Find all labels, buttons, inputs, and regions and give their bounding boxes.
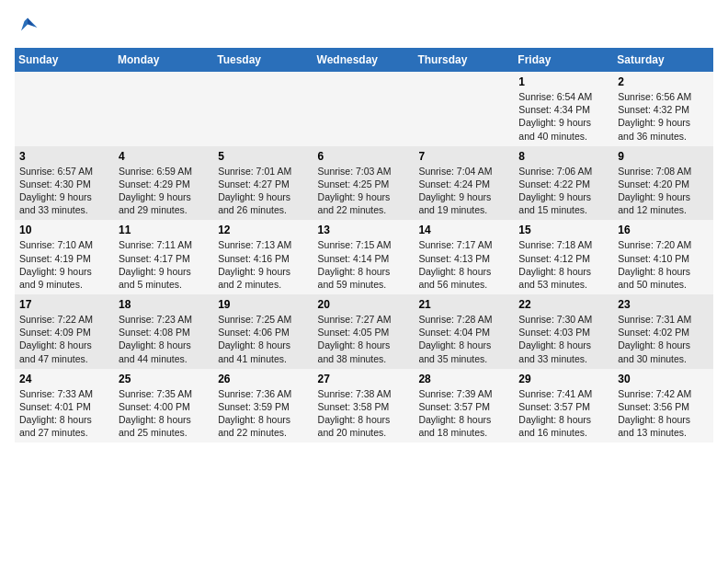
- day-number: 20: [318, 298, 410, 311]
- day-info: Sunrise: 7:36 AM Sunset: 3:59 PM Dayligh…: [218, 387, 308, 440]
- day-info: Sunrise: 7:01 AM Sunset: 4:27 PM Dayligh…: [218, 165, 308, 217]
- day-info: Sunrise: 7:17 AM Sunset: 4:13 PM Dayligh…: [418, 238, 509, 291]
- day-number: 16: [618, 224, 709, 236]
- calendar-cell: 10Sunrise: 7:10 AM Sunset: 4:19 PM Dayli…: [15, 220, 114, 294]
- calendar-body: 1Sunrise: 6:54 AM Sunset: 4:34 PM Daylig…: [15, 72, 713, 442]
- calendar-cell: [15, 72, 114, 146]
- calendar-cell: 13Sunrise: 7:15 AM Sunset: 4:14 PM Dayli…: [313, 220, 415, 294]
- day-info: Sunrise: 7:11 AM Sunset: 4:17 PM Dayligh…: [119, 238, 209, 291]
- day-info: Sunrise: 7:20 AM Sunset: 4:10 PM Dayligh…: [618, 238, 709, 291]
- day-info: Sunrise: 7:41 AM Sunset: 3:57 PM Dayligh…: [518, 387, 609, 440]
- day-number: 12: [218, 224, 308, 236]
- day-info: Sunrise: 7:23 AM Sunset: 4:08 PM Dayligh…: [119, 313, 209, 365]
- calendar-week: 24Sunrise: 7:33 AM Sunset: 4:01 PM Dayli…: [15, 369, 713, 443]
- day-number: 11: [119, 224, 209, 236]
- calendar-cell: 22Sunrise: 7:30 AM Sunset: 4:03 PM Dayli…: [514, 294, 613, 369]
- weekday-header: Thursday: [414, 48, 514, 72]
- day-info: Sunrise: 7:35 AM Sunset: 4:00 PM Dayligh…: [119, 387, 209, 440]
- calendar-cell: [313, 72, 415, 146]
- calendar-cell: 20Sunrise: 7:27 AM Sunset: 4:05 PM Dayli…: [313, 294, 415, 369]
- day-info: Sunrise: 7:31 AM Sunset: 4:02 PM Dayligh…: [618, 313, 709, 365]
- day-info: Sunrise: 7:25 AM Sunset: 4:06 PM Dayligh…: [218, 313, 308, 365]
- day-number: 14: [418, 224, 509, 236]
- day-info: Sunrise: 7:30 AM Sunset: 4:03 PM Dayligh…: [518, 313, 609, 365]
- day-number: 27: [318, 373, 410, 385]
- calendar-cell: 5Sunrise: 7:01 AM Sunset: 4:27 PM Daylig…: [213, 146, 313, 221]
- calendar-cell: [114, 72, 213, 146]
- day-number: 23: [618, 298, 709, 311]
- day-number: 26: [218, 373, 308, 385]
- calendar-week: 10Sunrise: 7:10 AM Sunset: 4:19 PM Dayli…: [15, 220, 713, 294]
- calendar-cell: 21Sunrise: 7:28 AM Sunset: 4:04 PM Dayli…: [414, 294, 514, 369]
- day-number: 3: [19, 150, 109, 163]
- calendar-cell: 29Sunrise: 7:41 AM Sunset: 3:57 PM Dayli…: [514, 369, 613, 443]
- weekday-header: Saturday: [613, 48, 713, 72]
- day-info: Sunrise: 6:56 AM Sunset: 4:32 PM Dayligh…: [618, 90, 709, 143]
- day-number: 9: [618, 150, 709, 163]
- calendar-cell: 23Sunrise: 7:31 AM Sunset: 4:02 PM Dayli…: [613, 294, 713, 369]
- day-info: Sunrise: 7:42 AM Sunset: 3:56 PM Dayligh…: [618, 387, 709, 440]
- calendar-cell: 12Sunrise: 7:13 AM Sunset: 4:16 PM Dayli…: [213, 220, 313, 294]
- logo: [15, 15, 44, 40]
- day-number: 30: [618, 373, 709, 385]
- day-info: Sunrise: 7:39 AM Sunset: 3:57 PM Dayligh…: [418, 387, 509, 440]
- day-info: Sunrise: 7:38 AM Sunset: 3:58 PM Dayligh…: [318, 387, 410, 440]
- calendar-cell: 8Sunrise: 7:06 AM Sunset: 4:22 PM Daylig…: [514, 146, 613, 221]
- day-info: Sunrise: 7:33 AM Sunset: 4:01 PM Dayligh…: [19, 387, 109, 440]
- calendar-cell: 18Sunrise: 7:23 AM Sunset: 4:08 PM Dayli…: [114, 294, 213, 369]
- day-number: 1: [518, 75, 609, 88]
- calendar-cell: [414, 72, 514, 146]
- calendar-cell: 19Sunrise: 7:25 AM Sunset: 4:06 PM Dayli…: [213, 294, 313, 369]
- calendar-cell: 16Sunrise: 7:20 AM Sunset: 4:10 PM Dayli…: [613, 220, 713, 294]
- calendar-cell: 24Sunrise: 7:33 AM Sunset: 4:01 PM Dayli…: [15, 369, 114, 443]
- day-number: 6: [318, 150, 410, 163]
- day-number: 8: [518, 150, 609, 163]
- day-info: Sunrise: 7:13 AM Sunset: 4:16 PM Dayligh…: [218, 238, 308, 291]
- day-number: 13: [318, 224, 410, 236]
- day-info: Sunrise: 7:22 AM Sunset: 4:09 PM Dayligh…: [19, 313, 109, 365]
- calendar-cell: 14Sunrise: 7:17 AM Sunset: 4:13 PM Dayli…: [414, 220, 514, 294]
- calendar-cell: 15Sunrise: 7:18 AM Sunset: 4:12 PM Dayli…: [514, 220, 613, 294]
- day-number: 24: [19, 373, 109, 385]
- day-info: Sunrise: 7:03 AM Sunset: 4:25 PM Dayligh…: [318, 165, 410, 217]
- calendar-cell: 17Sunrise: 7:22 AM Sunset: 4:09 PM Dayli…: [15, 294, 114, 369]
- day-number: 17: [19, 298, 109, 311]
- day-number: 7: [418, 150, 509, 163]
- header: [15, 15, 713, 40]
- calendar-header: SundayMondayTuesdayWednesdayThursdayFrid…: [15, 48, 713, 72]
- day-number: 29: [518, 373, 609, 385]
- day-info: Sunrise: 7:04 AM Sunset: 4:24 PM Dayligh…: [418, 165, 509, 217]
- calendar-cell: 1Sunrise: 6:54 AM Sunset: 4:34 PM Daylig…: [514, 72, 613, 146]
- day-info: Sunrise: 7:08 AM Sunset: 4:20 PM Dayligh…: [618, 165, 709, 217]
- day-number: 22: [518, 298, 609, 311]
- day-number: 2: [618, 75, 709, 88]
- day-number: 15: [518, 224, 609, 236]
- calendar-week: 3Sunrise: 6:57 AM Sunset: 4:30 PM Daylig…: [15, 146, 713, 221]
- day-info: Sunrise: 7:15 AM Sunset: 4:14 PM Dayligh…: [318, 238, 410, 291]
- calendar-cell: [213, 72, 313, 146]
- day-number: 19: [218, 298, 308, 311]
- calendar-week: 17Sunrise: 7:22 AM Sunset: 4:09 PM Dayli…: [15, 294, 713, 369]
- day-number: 28: [418, 373, 509, 385]
- weekday-header: Sunday: [15, 48, 114, 72]
- weekday-header: Monday: [114, 48, 213, 72]
- calendar-cell: 3Sunrise: 6:57 AM Sunset: 4:30 PM Daylig…: [15, 146, 114, 221]
- day-number: 5: [218, 150, 308, 163]
- day-number: 10: [19, 224, 109, 236]
- day-info: Sunrise: 6:54 AM Sunset: 4:34 PM Dayligh…: [518, 90, 609, 143]
- day-info: Sunrise: 7:28 AM Sunset: 4:04 PM Dayligh…: [418, 313, 509, 365]
- day-number: 18: [119, 298, 209, 311]
- weekday-header: Wednesday: [313, 48, 415, 72]
- weekday-header: Friday: [514, 48, 613, 72]
- calendar-cell: 11Sunrise: 7:11 AM Sunset: 4:17 PM Dayli…: [114, 220, 213, 294]
- calendar-cell: 6Sunrise: 7:03 AM Sunset: 4:25 PM Daylig…: [313, 146, 415, 221]
- day-info: Sunrise: 7:18 AM Sunset: 4:12 PM Dayligh…: [518, 238, 609, 291]
- calendar-cell: 2Sunrise: 6:56 AM Sunset: 4:32 PM Daylig…: [613, 72, 713, 146]
- calendar-cell: 26Sunrise: 7:36 AM Sunset: 3:59 PM Dayli…: [213, 369, 313, 443]
- calendar-cell: 27Sunrise: 7:38 AM Sunset: 3:58 PM Dayli…: [313, 369, 415, 443]
- calendar-week: 1Sunrise: 6:54 AM Sunset: 4:34 PM Daylig…: [15, 72, 713, 146]
- day-info: Sunrise: 7:10 AM Sunset: 4:19 PM Dayligh…: [19, 238, 109, 291]
- calendar-cell: 9Sunrise: 7:08 AM Sunset: 4:20 PM Daylig…: [613, 146, 713, 221]
- day-info: Sunrise: 7:06 AM Sunset: 4:22 PM Dayligh…: [518, 165, 609, 217]
- day-number: 4: [119, 150, 209, 163]
